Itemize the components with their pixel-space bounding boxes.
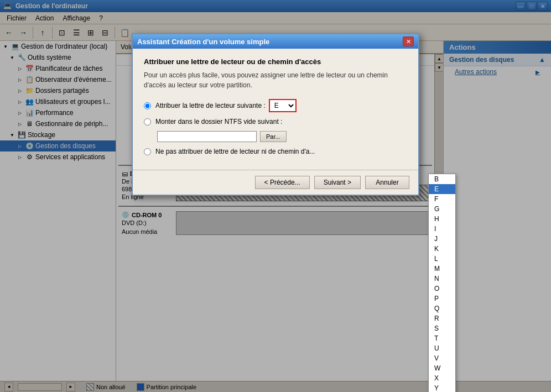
- letter-F[interactable]: F: [429, 194, 455, 204]
- modal-title-bar: Assistant Création d'un volume simple ✕: [133, 34, 418, 49]
- modal-overlay: Assistant Création d'un volume simple ✕ …: [0, 0, 551, 392]
- letter-R[interactable]: R: [429, 313, 455, 323]
- browse-button[interactable]: Par...: [260, 131, 287, 142]
- letter-P[interactable]: P: [429, 294, 455, 304]
- cancel-button[interactable]: Annuler: [365, 176, 409, 189]
- option-assign-letter-label[interactable]: Attribuer la lettre de lecteur suivante …: [155, 102, 266, 109]
- modal-footer: < Précéde... Suivant > Annuler: [133, 170, 418, 195]
- option-no-assign-label[interactable]: Ne pas attribuer de lettre de lecteur ni…: [155, 148, 315, 155]
- option-assign-letter-radio[interactable]: [144, 102, 151, 109]
- wizard-modal: Assistant Création d'un volume simple ✕ …: [132, 33, 419, 196]
- option-no-assign-radio[interactable]: [144, 148, 151, 155]
- modal-heading: Attribuer une lettre de lecteur ou de ch…: [144, 58, 407, 66]
- letter-B[interactable]: B: [429, 174, 455, 184]
- ntfs-path-input[interactable]: [157, 131, 257, 142]
- letter-I[interactable]: I: [429, 224, 455, 234]
- option-ntfs-mount: Monter dans le dossier NTFS vide suivant…: [144, 118, 407, 126]
- letter-S[interactable]: S: [429, 323, 455, 333]
- modal-close-button[interactable]: ✕: [403, 36, 414, 46]
- ntfs-input-row: Par...: [144, 131, 407, 142]
- letter-W[interactable]: W: [429, 363, 455, 373]
- drive-letter-select[interactable]: E: [269, 99, 297, 112]
- modal-body: Attribuer une lettre de lecteur ou de ch…: [133, 49, 418, 170]
- letter-L[interactable]: L: [429, 254, 455, 264]
- option-ntfs-radio[interactable]: [144, 118, 151, 126]
- option-no-assign: Ne pas attribuer de lettre de lecteur ni…: [144, 148, 407, 155]
- letter-E[interactable]: E: [429, 184, 455, 194]
- letter-T[interactable]: T: [429, 333, 455, 343]
- letter-Y[interactable]: Y: [429, 383, 455, 392]
- letter-J[interactable]: J: [429, 234, 455, 244]
- letter-H[interactable]: H: [429, 214, 455, 224]
- letter-N[interactable]: N: [429, 274, 455, 284]
- drive-letter-dropdown-container: E: [269, 99, 297, 112]
- option-ntfs-label[interactable]: Monter dans le dossier NTFS vide suivant…: [155, 118, 282, 126]
- letter-O[interactable]: O: [429, 284, 455, 294]
- modal-description: Pour un accès plus facile, vous pouvez a…: [144, 70, 407, 90]
- modal-title: Assistant Création d'un volume simple: [137, 38, 269, 46]
- next-button[interactable]: Suivant >: [314, 176, 361, 189]
- letter-M[interactable]: M: [429, 264, 455, 274]
- letter-V[interactable]: V: [429, 353, 455, 363]
- letter-K[interactable]: K: [429, 244, 455, 254]
- drive-letter-dropdown-list[interactable]: B E F G H I J K L M N O P Q R S T U V W …: [428, 174, 456, 392]
- prev-button[interactable]: < Précéde...: [255, 176, 310, 189]
- letter-X[interactable]: X: [429, 373, 455, 383]
- letter-G[interactable]: G: [429, 204, 455, 214]
- letter-U[interactable]: U: [429, 343, 455, 353]
- letter-Q[interactable]: Q: [429, 304, 455, 313]
- option-assign-letter: Attribuer la lettre de lecteur suivante …: [144, 99, 407, 112]
